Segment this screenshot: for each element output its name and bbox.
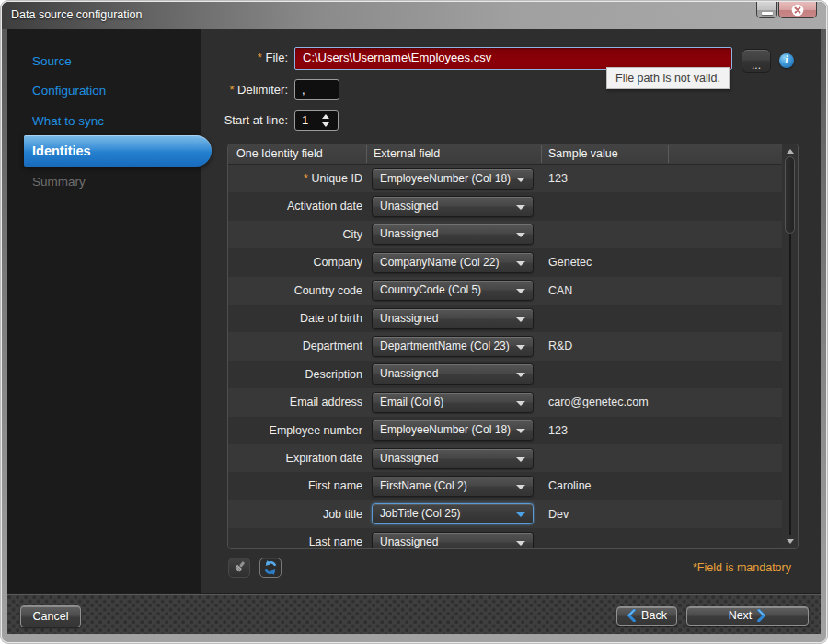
dropdown-arrow-icon [516, 512, 525, 517]
minimize-icon [762, 12, 773, 15]
titlebar[interactable]: Data source configuration [2, 2, 826, 29]
table-row-email-address: Email addressEmail (Col 6)caro@genetec.c… [228, 388, 782, 416]
identity-field-label: City [228, 221, 362, 248]
refresh-icon [263, 559, 279, 575]
data-source-configuration-window: Data source configuration SourceConfigur… [0, 0, 828, 644]
vertical-scrollbar[interactable] [782, 144, 798, 548]
external-field-dropdown-company[interactable]: CompanyName (Col 22) [372, 252, 534, 273]
column-header-external-field[interactable]: External field [374, 144, 440, 165]
sidebar-item-what-to-sync[interactable]: What to sync [32, 113, 104, 130]
spinner-buttons[interactable] [322, 111, 331, 131]
sample-value: Caroline [548, 472, 592, 500]
external-field-dropdown-email-address[interactable]: Email (Col 6) [372, 392, 534, 413]
next-button[interactable]: Next [686, 606, 809, 627]
sidebar-item-summary[interactable]: Summary [32, 174, 86, 190]
dropdown-arrow-icon [516, 205, 525, 210]
mandatory-field-note: *Field is mandatory [693, 560, 791, 575]
identity-field-label: Company [228, 248, 362, 276]
table-row-expiration-date: Expiration dateUnassigned [228, 444, 782, 472]
dropdown-arrow-icon [516, 261, 525, 266]
table-row-city: CityUnassigned [228, 221, 782, 248]
external-field-dropdown-activation-date[interactable]: Unassigned [372, 196, 534, 217]
field-mapping-table: One Identity field External field Sample… [227, 144, 799, 549]
identity-field-label: Email address [228, 388, 362, 416]
external-field-dropdown-date-of-birth[interactable]: Unassigned [372, 308, 534, 329]
dropdown-arrow-icon [516, 541, 525, 546]
identity-field-label: First name [228, 472, 362, 500]
close-icon [791, 4, 804, 17]
scroll-down-icon[interactable] [787, 539, 794, 544]
dropdown-arrow-icon [516, 485, 525, 489]
column-header-sample-value[interactable]: Sample value [548, 144, 618, 165]
file-label: * File: [191, 51, 288, 65]
close-button[interactable] [778, 2, 817, 18]
identity-field-label: Description [228, 361, 362, 388]
brush-icon [232, 559, 247, 575]
sample-value: Dev [548, 500, 569, 528]
table-rows: * Unique IDEmployeeNumber (Col 18)123Act… [228, 165, 782, 548]
table-row-job-title: Job titleJobTitle (Col 25)Dev [228, 500, 782, 528]
dropdown-arrow-icon [516, 178, 525, 182]
column-header-identity-field[interactable]: One Identity field [236, 144, 323, 165]
sidebar-item-source[interactable]: Source [32, 53, 72, 70]
external-field-dropdown-job-title[interactable]: JobTitle (Col 25) [372, 503, 534, 524]
browse-button[interactable]: ... [742, 49, 771, 73]
required-asterisk: * [258, 51, 262, 64]
table-row-unique-id: * Unique IDEmployeeNumber (Col 18)123 [228, 165, 782, 192]
external-field-dropdown-expiration-date[interactable]: Unassigned [372, 448, 534, 469]
column-separator [668, 145, 669, 163]
minimize-button[interactable] [756, 2, 777, 18]
dropdown-arrow-icon [516, 233, 525, 237]
delimiter-label: * Delimiter: [191, 83, 288, 98]
sample-value: R&D [548, 332, 572, 360]
back-button[interactable]: Back [616, 606, 677, 627]
required-asterisk: * [304, 172, 308, 185]
spin-up-icon[interactable] [322, 114, 329, 119]
external-field-dropdown-unique-id[interactable]: EmployeeNumber (Col 18) [372, 168, 534, 190]
sample-value: 123 [548, 165, 568, 192]
dropdown-arrow-icon [516, 289, 525, 293]
table-row-employee-number: Employee numberEmployeeNumber (Col 18)12… [228, 417, 782, 444]
identity-field-label: Last name [228, 528, 362, 548]
external-field-dropdown-department[interactable]: DepartmentName (Col 23) [372, 336, 534, 357]
external-field-dropdown-description[interactable]: Unassigned [372, 363, 534, 385]
identity-field-label: * Unique ID [228, 165, 362, 192]
bottom-button-bar: Cancel Back Next [7, 594, 821, 634]
external-field-dropdown-last-name[interactable]: Unassigned [372, 532, 534, 548]
clear-mappings-button[interactable] [228, 558, 250, 579]
chevron-left-icon [627, 609, 636, 622]
table-row-last-name: Last nameUnassigned [228, 528, 782, 548]
external-field-dropdown-employee-number[interactable]: EmployeeNumber (Col 18) [372, 420, 534, 441]
dropdown-arrow-icon [516, 429, 525, 433]
start-at-line-stepper[interactable]: 1 [294, 110, 339, 132]
sidebar-item-identities[interactable]: Identities [32, 143, 91, 159]
identity-field-label: Job title [228, 500, 362, 528]
identity-field-label: Employee number [228, 417, 362, 444]
sidebar-item-configuration[interactable]: Configuration [32, 83, 106, 99]
identity-field-label: Country code [228, 277, 362, 305]
file-error-tooltip: File path is not valid. [606, 67, 730, 89]
cancel-button[interactable]: Cancel [20, 605, 81, 628]
table-row-country-code: Country codeCountryCode (Col 5)CAN [228, 277, 782, 305]
required-asterisk: * [229, 83, 234, 97]
delimiter-input[interactable]: , [294, 79, 339, 100]
spin-down-icon[interactable] [322, 122, 329, 127]
table-row-first-name: First nameFirstName (Col 2)Caroline [228, 472, 782, 500]
table-row-description: DescriptionUnassigned [228, 361, 782, 388]
sample-value: Genetec [548, 248, 592, 276]
table-row-department: DepartmentDepartmentName (Col 23)R&D [228, 332, 782, 360]
refresh-button[interactable] [259, 558, 282, 579]
dropdown-arrow-icon [516, 457, 525, 462]
table-header: One Identity field External field Sample… [228, 144, 782, 165]
sample-value: caro@genetec.com [548, 388, 649, 416]
dropdown-arrow-icon [516, 345, 525, 350]
scrollbar-thumb[interactable] [785, 156, 795, 234]
table-row-company: CompanyCompanyName (Col 22)Genetec [228, 248, 782, 276]
external-field-dropdown-country-code[interactable]: CountryCode (Col 5) [372, 280, 534, 301]
dropdown-arrow-icon [516, 401, 525, 406]
info-icon[interactable]: i [779, 53, 794, 68]
scroll-up-icon[interactable] [787, 149, 794, 154]
external-field-dropdown-first-name[interactable]: FirstName (Col 2) [372, 476, 534, 497]
external-field-dropdown-city[interactable]: Unassigned [372, 224, 534, 245]
table-row-activation-date: Activation dateUnassigned [228, 192, 782, 220]
